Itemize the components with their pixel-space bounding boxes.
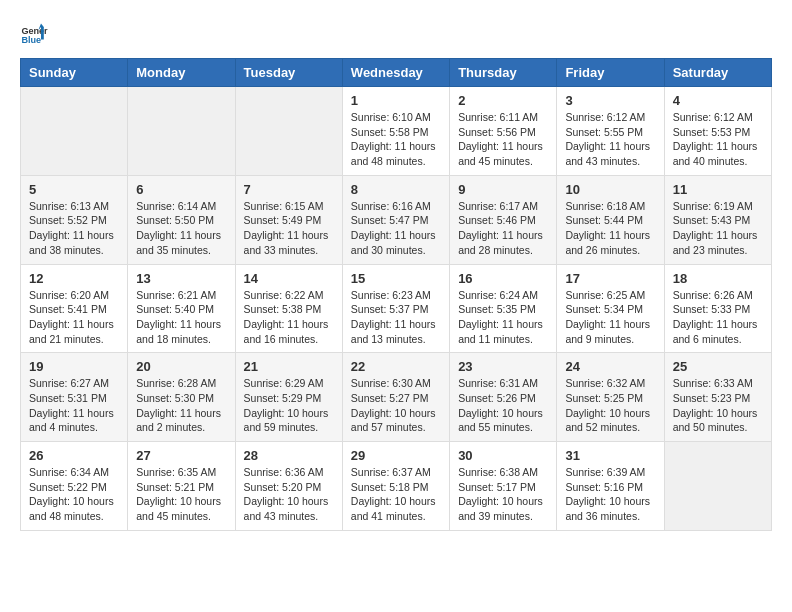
day-info: Sunrise: 6:36 AM Sunset: 5:20 PM Dayligh…: [244, 465, 334, 524]
calendar-cell: 27Sunrise: 6:35 AM Sunset: 5:21 PM Dayli…: [128, 442, 235, 531]
day-info: Sunrise: 6:11 AM Sunset: 5:56 PM Dayligh…: [458, 110, 548, 169]
day-number: 26: [29, 448, 119, 463]
day-info: Sunrise: 6:26 AM Sunset: 5:33 PM Dayligh…: [673, 288, 763, 347]
day-number: 4: [673, 93, 763, 108]
day-number: 20: [136, 359, 226, 374]
calendar-cell: 21Sunrise: 6:29 AM Sunset: 5:29 PM Dayli…: [235, 353, 342, 442]
day-number: 18: [673, 271, 763, 286]
calendar-cell: 5Sunrise: 6:13 AM Sunset: 5:52 PM Daylig…: [21, 175, 128, 264]
day-number: 27: [136, 448, 226, 463]
day-info: Sunrise: 6:23 AM Sunset: 5:37 PM Dayligh…: [351, 288, 441, 347]
day-info: Sunrise: 6:12 AM Sunset: 5:53 PM Dayligh…: [673, 110, 763, 169]
day-number: 16: [458, 271, 548, 286]
calendar-cell: 7Sunrise: 6:15 AM Sunset: 5:49 PM Daylig…: [235, 175, 342, 264]
day-number: 14: [244, 271, 334, 286]
day-number: 7: [244, 182, 334, 197]
day-number: 11: [673, 182, 763, 197]
calendar-cell: 1Sunrise: 6:10 AM Sunset: 5:58 PM Daylig…: [342, 87, 449, 176]
day-info: Sunrise: 6:35 AM Sunset: 5:21 PM Dayligh…: [136, 465, 226, 524]
calendar-cell: [235, 87, 342, 176]
day-number: 1: [351, 93, 441, 108]
col-header-saturday: Saturday: [664, 59, 771, 87]
calendar-cell: 31Sunrise: 6:39 AM Sunset: 5:16 PM Dayli…: [557, 442, 664, 531]
day-number: 24: [565, 359, 655, 374]
day-info: Sunrise: 6:22 AM Sunset: 5:38 PM Dayligh…: [244, 288, 334, 347]
calendar-cell: 2Sunrise: 6:11 AM Sunset: 5:56 PM Daylig…: [450, 87, 557, 176]
day-number: 8: [351, 182, 441, 197]
calendar-cell: 13Sunrise: 6:21 AM Sunset: 5:40 PM Dayli…: [128, 264, 235, 353]
day-info: Sunrise: 6:12 AM Sunset: 5:55 PM Dayligh…: [565, 110, 655, 169]
calendar-cell: 25Sunrise: 6:33 AM Sunset: 5:23 PM Dayli…: [664, 353, 771, 442]
col-header-monday: Monday: [128, 59, 235, 87]
calendar-cell: 22Sunrise: 6:30 AM Sunset: 5:27 PM Dayli…: [342, 353, 449, 442]
day-info: Sunrise: 6:15 AM Sunset: 5:49 PM Dayligh…: [244, 199, 334, 258]
calendar-cell: 17Sunrise: 6:25 AM Sunset: 5:34 PM Dayli…: [557, 264, 664, 353]
day-info: Sunrise: 6:24 AM Sunset: 5:35 PM Dayligh…: [458, 288, 548, 347]
calendar-cell: 28Sunrise: 6:36 AM Sunset: 5:20 PM Dayli…: [235, 442, 342, 531]
col-header-wednesday: Wednesday: [342, 59, 449, 87]
calendar-table: SundayMondayTuesdayWednesdayThursdayFrid…: [20, 58, 772, 531]
day-info: Sunrise: 6:16 AM Sunset: 5:47 PM Dayligh…: [351, 199, 441, 258]
calendar-cell: 23Sunrise: 6:31 AM Sunset: 5:26 PM Dayli…: [450, 353, 557, 442]
day-number: 10: [565, 182, 655, 197]
page-header: General Blue: [20, 20, 772, 48]
day-info: Sunrise: 6:31 AM Sunset: 5:26 PM Dayligh…: [458, 376, 548, 435]
svg-text:Blue: Blue: [21, 35, 41, 45]
day-info: Sunrise: 6:30 AM Sunset: 5:27 PM Dayligh…: [351, 376, 441, 435]
day-number: 19: [29, 359, 119, 374]
day-info: Sunrise: 6:19 AM Sunset: 5:43 PM Dayligh…: [673, 199, 763, 258]
day-number: 15: [351, 271, 441, 286]
day-number: 17: [565, 271, 655, 286]
day-number: 3: [565, 93, 655, 108]
day-info: Sunrise: 6:21 AM Sunset: 5:40 PM Dayligh…: [136, 288, 226, 347]
calendar-cell: 18Sunrise: 6:26 AM Sunset: 5:33 PM Dayli…: [664, 264, 771, 353]
day-info: Sunrise: 6:29 AM Sunset: 5:29 PM Dayligh…: [244, 376, 334, 435]
calendar-cell: 19Sunrise: 6:27 AM Sunset: 5:31 PM Dayli…: [21, 353, 128, 442]
calendar-cell: 16Sunrise: 6:24 AM Sunset: 5:35 PM Dayli…: [450, 264, 557, 353]
calendar-cell: [128, 87, 235, 176]
day-info: Sunrise: 6:38 AM Sunset: 5:17 PM Dayligh…: [458, 465, 548, 524]
day-number: 2: [458, 93, 548, 108]
day-info: Sunrise: 6:17 AM Sunset: 5:46 PM Dayligh…: [458, 199, 548, 258]
calendar-cell: 10Sunrise: 6:18 AM Sunset: 5:44 PM Dayli…: [557, 175, 664, 264]
day-info: Sunrise: 6:37 AM Sunset: 5:18 PM Dayligh…: [351, 465, 441, 524]
day-number: 13: [136, 271, 226, 286]
day-info: Sunrise: 6:18 AM Sunset: 5:44 PM Dayligh…: [565, 199, 655, 258]
day-info: Sunrise: 6:28 AM Sunset: 5:30 PM Dayligh…: [136, 376, 226, 435]
col-header-sunday: Sunday: [21, 59, 128, 87]
calendar-cell: 26Sunrise: 6:34 AM Sunset: 5:22 PM Dayli…: [21, 442, 128, 531]
calendar-cell: 29Sunrise: 6:37 AM Sunset: 5:18 PM Dayli…: [342, 442, 449, 531]
day-number: 25: [673, 359, 763, 374]
col-header-thursday: Thursday: [450, 59, 557, 87]
day-number: 28: [244, 448, 334, 463]
day-number: 23: [458, 359, 548, 374]
day-info: Sunrise: 6:32 AM Sunset: 5:25 PM Dayligh…: [565, 376, 655, 435]
calendar-cell: [664, 442, 771, 531]
day-info: Sunrise: 6:13 AM Sunset: 5:52 PM Dayligh…: [29, 199, 119, 258]
calendar-cell: 8Sunrise: 6:16 AM Sunset: 5:47 PM Daylig…: [342, 175, 449, 264]
calendar-cell: 15Sunrise: 6:23 AM Sunset: 5:37 PM Dayli…: [342, 264, 449, 353]
calendar-cell: [21, 87, 128, 176]
day-info: Sunrise: 6:10 AM Sunset: 5:58 PM Dayligh…: [351, 110, 441, 169]
logo-icon: General Blue: [20, 20, 48, 48]
calendar-cell: 11Sunrise: 6:19 AM Sunset: 5:43 PM Dayli…: [664, 175, 771, 264]
calendar-cell: 9Sunrise: 6:17 AM Sunset: 5:46 PM Daylig…: [450, 175, 557, 264]
day-number: 9: [458, 182, 548, 197]
day-info: Sunrise: 6:27 AM Sunset: 5:31 PM Dayligh…: [29, 376, 119, 435]
day-info: Sunrise: 6:20 AM Sunset: 5:41 PM Dayligh…: [29, 288, 119, 347]
col-header-tuesday: Tuesday: [235, 59, 342, 87]
calendar-cell: 20Sunrise: 6:28 AM Sunset: 5:30 PM Dayli…: [128, 353, 235, 442]
day-info: Sunrise: 6:34 AM Sunset: 5:22 PM Dayligh…: [29, 465, 119, 524]
day-number: 6: [136, 182, 226, 197]
day-info: Sunrise: 6:25 AM Sunset: 5:34 PM Dayligh…: [565, 288, 655, 347]
day-info: Sunrise: 6:39 AM Sunset: 5:16 PM Dayligh…: [565, 465, 655, 524]
day-number: 31: [565, 448, 655, 463]
calendar-cell: 24Sunrise: 6:32 AM Sunset: 5:25 PM Dayli…: [557, 353, 664, 442]
calendar-cell: 30Sunrise: 6:38 AM Sunset: 5:17 PM Dayli…: [450, 442, 557, 531]
col-header-friday: Friday: [557, 59, 664, 87]
day-info: Sunrise: 6:33 AM Sunset: 5:23 PM Dayligh…: [673, 376, 763, 435]
day-number: 22: [351, 359, 441, 374]
day-info: Sunrise: 6:14 AM Sunset: 5:50 PM Dayligh…: [136, 199, 226, 258]
calendar-cell: 6Sunrise: 6:14 AM Sunset: 5:50 PM Daylig…: [128, 175, 235, 264]
day-number: 5: [29, 182, 119, 197]
